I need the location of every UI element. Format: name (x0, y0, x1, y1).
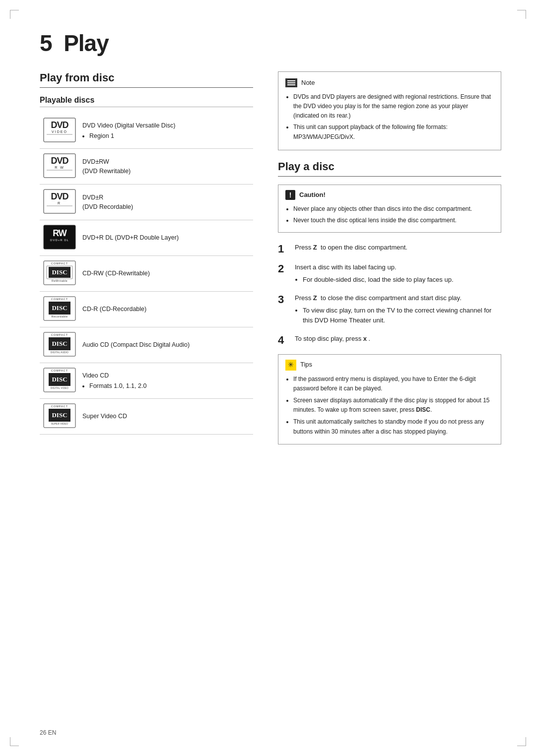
corner-mark-br (517, 737, 526, 746)
steps-list: 1 Press Z to open the disc compartment. … (278, 243, 501, 347)
video-cd-icon: COMPACT DISC DIGITAL VIDEO (43, 367, 76, 393)
disc-icon-cell: COMPACT DISC DIGITAL VIDEO (40, 363, 79, 399)
right-column: Note DVDs and DVD players are designed w… (268, 71, 501, 726)
svg-text:COMPACT: COMPACT (51, 405, 68, 408)
chapter-heading: 5 Play (40, 30, 501, 57)
cd-r-icon: COMPACT DISC Recordable (43, 296, 76, 321)
svg-text:DIGITAL VIDEO: DIGITAL VIDEO (51, 387, 68, 389)
tips-item: If the password entry menu is displayed,… (293, 375, 494, 393)
play-a-disc-heading: Play a disc (278, 160, 501, 177)
svg-text:DISC: DISC (52, 340, 67, 347)
note-item: DVDs and DVD players are designed with r… (293, 92, 494, 121)
disc-icon-cell: DVD R (40, 185, 79, 220)
tips-icon: ✳ (285, 360, 296, 371)
disc-icon-cell: COMPACT DISC SUPER VIDEO (40, 399, 79, 435)
note-item: This unit can support playback of the fo… (293, 123, 494, 141)
table-row: COMPACT DISC DIGITAL AUDIO Audio CD (Com… (40, 327, 253, 363)
tips-header: ✳ Tips (285, 360, 494, 371)
dvd-r-icon: DVD R (43, 189, 76, 214)
disc-desc-video-cd: Video CD Formats 1.0, 1.1, 2.0 (79, 363, 253, 399)
step-1: 1 Press Z to open the disc compartment. (278, 243, 501, 255)
playable-discs-heading: Playable discs (40, 96, 253, 107)
step-number-2: 2 (278, 262, 288, 275)
disc-icon-cell: RW DVD+R DL (40, 220, 79, 256)
tips-list: If the password entry menu is displayed,… (285, 375, 494, 437)
disc-icon-cell: COMPACT DISC Recordable (40, 292, 79, 327)
table-row: DVD VIDEO DVD Video (Digital Versatile D… (40, 113, 253, 149)
tips-item: Screen saver displays automatically if t… (293, 396, 494, 415)
tips-item: This unit automatically switches to stan… (293, 417, 494, 436)
caution-label: Caution! (299, 190, 326, 200)
disc-desc-super-vcd: Super Video CD (79, 399, 253, 435)
disc-icon-cell: COMPACT DISC ReWritable (40, 256, 79, 292)
note-icon (285, 78, 297, 87)
corner-mark-bl (10, 737, 19, 746)
page: 5 Play Play from disc Playable discs DVD… (0, 0, 536, 756)
left-column: Play from disc Playable discs DVD VIDEO (40, 71, 253, 726)
table-row: COMPACT DISC Recordable CD-R (CD-Recorda… (40, 292, 253, 327)
note-list: DVDs and DVD players are designed with r… (285, 92, 494, 142)
tips-box: ✳ Tips If the password entry menu is dis… (278, 354, 501, 444)
caution-icon: ! (285, 190, 295, 200)
svg-text:DIGITAL AUDIO: DIGITAL AUDIO (51, 351, 68, 354)
step-3: 3 Press Z to close the disc compartment … (278, 293, 501, 327)
caution-item: Never place any objects other than discs… (293, 204, 494, 214)
table-row: COMPACT DISC ReWritable CD-RW (CD-Rewrit… (40, 256, 253, 292)
table-row: RW DVD+R DL DVD+R DL (DVD+R Double Layer… (40, 220, 253, 256)
svg-text:DISC: DISC (52, 268, 67, 276)
note-header: Note (285, 78, 494, 88)
step-content-2: Insert a disc with its label facing up. … (295, 262, 501, 286)
disc-icon-cell: DVD R W (40, 149, 79, 185)
caution-header: ! Caution! (285, 190, 494, 200)
caution-box: ! Caution! Never place any objects other… (278, 185, 501, 233)
disc-desc-dvd-video: DVD Video (Digital Versatile Disc) Regio… (79, 113, 253, 149)
svg-text:R: R (58, 201, 62, 205)
svg-text:DVD+R DL: DVD+R DL (50, 239, 69, 242)
svg-text:DISC: DISC (52, 376, 67, 383)
page-footer: 26 EN (40, 729, 56, 736)
audio-cd-icon: COMPACT DISC DIGITAL AUDIO (43, 331, 76, 357)
step-number-3: 3 (278, 293, 288, 306)
step-number-1: 1 (278, 243, 288, 255)
corner-mark-tr (517, 10, 526, 19)
svg-text:Recordable: Recordable (51, 315, 67, 318)
disc-desc-cd-rw: CD-RW (CD-Rewritable) (79, 256, 253, 292)
caution-list: Never place any objects other than discs… (285, 204, 494, 225)
corner-mark-tl (10, 10, 19, 19)
svg-text:COMPACT: COMPACT (51, 333, 68, 336)
svg-text:COMPACT: COMPACT (51, 298, 68, 301)
content-area: Play from disc Playable discs DVD VIDEO (40, 71, 501, 726)
svg-text:DVD: DVD (51, 156, 68, 166)
super-vcd-icon: COMPACT DISC SUPER VIDEO (43, 403, 76, 429)
step-content-3: Press Z to close the disc compartment an… (295, 293, 501, 327)
svg-text:DISC: DISC (52, 304, 67, 312)
svg-text:COMPACT: COMPACT (51, 369, 68, 372)
disc-desc-dvd-rw: DVD±RW(DVD Rewritable) (79, 149, 253, 185)
step-2: 2 Insert a disc with its label facing up… (278, 262, 501, 286)
table-row: DVD R W DVD±RW(DVD Rewritable) (40, 149, 253, 185)
svg-text:RW: RW (53, 228, 67, 238)
step-content-1: Press Z to open the disc compartment. (295, 243, 501, 253)
dvd-video-icon: DVD VIDEO (43, 117, 76, 143)
table-row: COMPACT DISC DIGITAL VIDEO Video CD Form… (40, 363, 253, 399)
step-number-4: 4 (278, 334, 288, 347)
disc-table: DVD VIDEO DVD Video (Digital Versatile D… (40, 113, 253, 435)
tips-label: Tips (300, 360, 312, 370)
svg-text:VIDEO: VIDEO (52, 130, 67, 133)
disc-icon-cell: DVD VIDEO (40, 113, 79, 149)
svg-text:DVD: DVD (51, 120, 68, 130)
cd-rw-icon: COMPACT DISC ReWritable (43, 260, 76, 286)
svg-text:COMPACT: COMPACT (51, 262, 68, 265)
svg-text:DVD: DVD (51, 191, 68, 201)
svg-text:DISC: DISC (52, 411, 67, 419)
disc-desc-cd-r: CD-R (CD-Recordable) (79, 292, 253, 327)
dvd-r-dl-icon: RW DVD+R DL (43, 224, 76, 250)
play-from-disc-heading: Play from disc (40, 71, 253, 88)
note-label: Note (301, 78, 315, 88)
disc-icon-cell: COMPACT DISC DIGITAL AUDIO (40, 327, 79, 363)
table-row: DVD R DVD±R(DVD Recordable) (40, 185, 253, 220)
step-content-4: To stop disc play, press x . (295, 334, 501, 344)
dvd-rw-icon: DVD R W (43, 153, 76, 179)
caution-item: Never touch the disc optical lens inside… (293, 216, 494, 225)
table-row: COMPACT DISC SUPER VIDEO Super Video CD (40, 399, 253, 435)
